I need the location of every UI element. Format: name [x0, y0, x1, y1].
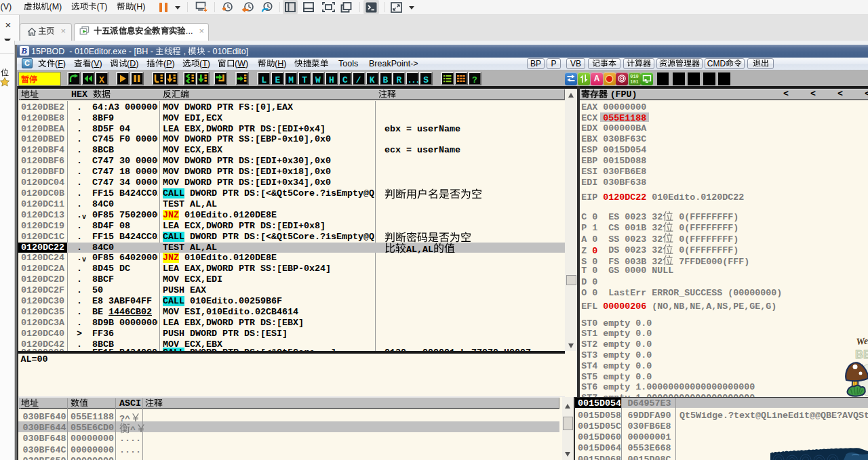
svg-text:We: We	[856, 336, 868, 347]
svg-text:BE: BE	[855, 348, 868, 360]
